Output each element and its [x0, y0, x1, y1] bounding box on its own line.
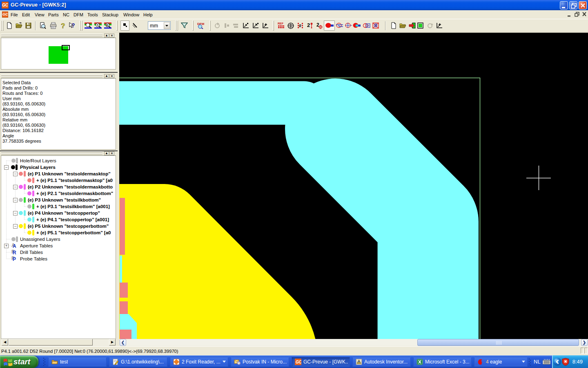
svg-text:E: E [106, 23, 109, 27]
svg-text:2: 2 [307, 22, 310, 28]
svg-text:REF: REF [278, 22, 284, 25]
svg-text:?: ? [61, 22, 65, 29]
svg-text:GC: GC [296, 360, 301, 364]
svg-text:#: # [299, 24, 301, 28]
